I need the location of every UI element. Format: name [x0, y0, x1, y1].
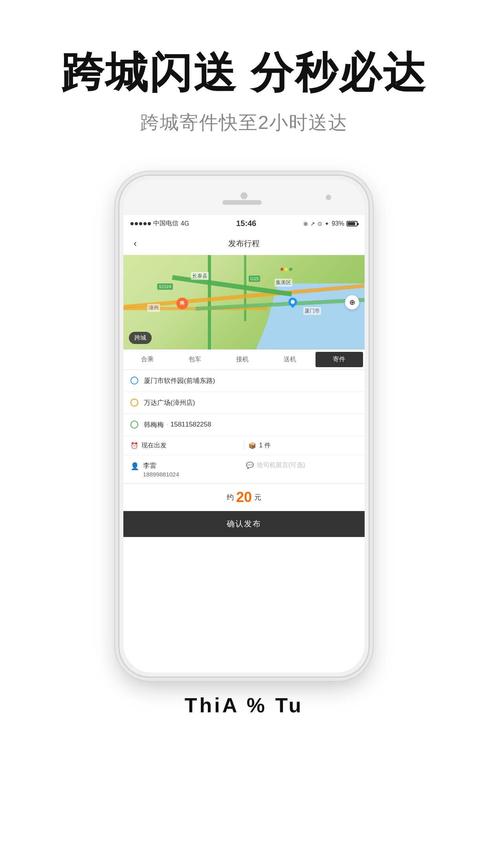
contact-separator: · [166, 421, 168, 428]
pickup-icon [130, 377, 138, 384]
tab-sendoff[interactable]: 送机 [266, 349, 314, 370]
cross-city-badge: 跨城 [129, 332, 152, 344]
map-roads [123, 255, 365, 349]
tl-yellow [285, 268, 288, 271]
depart-label: 现在出发 [141, 441, 167, 450]
gps-icon: ⊕ [303, 221, 308, 227]
map-label-s1524: S1524 [157, 283, 173, 290]
contact-name: 韩梅梅 [144, 420, 164, 429]
contact-phone: 15811582258 [171, 421, 211, 428]
carrier-text: 中国电信 [153, 219, 178, 228]
map-label-xiamen: 厦门市 [303, 307, 321, 315]
pickup-row[interactable]: 厦门市软件园(前埔东路) [123, 370, 365, 392]
map-label-g15: G15 [249, 276, 260, 282]
user-row[interactable]: 👤 李雷 18899881024 💬 给司机留言(可选) [123, 456, 365, 484]
signal-dot-4 [143, 222, 147, 225]
signal-dot-3 [139, 222, 142, 225]
depart-item: ⏰ 现在出发 [130, 441, 240, 450]
contact-icon [130, 421, 138, 428]
package-item: 📦 1 件 [248, 441, 358, 450]
dropoff-icon [130, 399, 138, 406]
confirm-button[interactable]: 确认发布 [123, 511, 365, 537]
pickup-address: 厦门市软件园(前埔东路) [144, 376, 215, 385]
screen: 中国电信 4G 15:46 ⊕ ↗ ⊙ ✦ 93% [123, 215, 365, 673]
tab-bar: 合乘 包车 接机 送机 寄件 [123, 349, 365, 370]
tab-pickup[interactable]: 接机 [218, 349, 266, 370]
hero-title: 跨城闪送 分秒必达 [31, 47, 457, 98]
phone-speaker [222, 200, 262, 205]
signal-dots [130, 222, 151, 225]
map-marker-end: 终 [176, 298, 188, 309]
map-label-changtai: 长泰县 [191, 272, 209, 280]
phone-camera [240, 192, 248, 199]
bottom-text-area: ThiA % Tu [0, 678, 488, 741]
bluetooth-icon: ✦ [325, 221, 329, 227]
tab-ride-share[interactable]: 合乘 [123, 349, 171, 370]
dropoff-row[interactable]: 万达广场(漳州店) [123, 392, 365, 414]
signal-dot-2 [135, 222, 138, 225]
phone-camera-dot [326, 195, 331, 200]
battery-icon [347, 221, 358, 226]
location-icon: ↗ [310, 221, 315, 227]
status-bar: 中国电信 4G 15:46 ⊕ ↗ ⊙ ✦ 93% [123, 215, 365, 232]
traffic-lights [281, 266, 292, 272]
tab-charter[interactable]: 包车 [171, 349, 218, 370]
confirm-label: 确认发布 [227, 519, 261, 529]
phone-mockup: 中国电信 4G 15:46 ⊕ ↗ ⊙ ✦ 93% [118, 175, 370, 678]
dropoff-address: 万达广场(漳州店) [144, 398, 195, 407]
map-area[interactable]: 漳州 长泰县 集美区 厦门市 S1524 G15 [123, 255, 365, 349]
package-label: 1 件 [259, 441, 271, 450]
price-approx: 约 [227, 493, 234, 502]
price-unit: 元 [254, 493, 261, 502]
message-icon: 💬 [246, 462, 254, 469]
status-left: 中国电信 4G [130, 219, 189, 228]
back-button[interactable]: ‹ [123, 238, 147, 249]
message-hint: 给司机留言(可选) [257, 461, 305, 469]
crosshair-icon: ⊕ [349, 298, 355, 307]
user-info: 李雷 18899881024 [143, 461, 242, 478]
battery-fill [348, 222, 355, 225]
map-marker-start [288, 298, 297, 309]
road-green1 [172, 275, 292, 296]
alarm-icon: ⊙ [317, 221, 322, 227]
divider [244, 441, 244, 449]
map-label-jimei: 集美区 [275, 279, 292, 287]
bottom-text: ThiA % Tu [31, 693, 457, 717]
map-location-button[interactable]: ⊕ [345, 295, 359, 309]
tl-green [289, 268, 292, 271]
tl-red [281, 268, 283, 271]
tab-package[interactable]: 寄件 [316, 352, 363, 367]
clock-icon: ⏰ [130, 442, 138, 449]
pin-body [287, 296, 299, 308]
signal-dot-5 [148, 222, 151, 225]
message-placeholder[interactable]: 💬 给司机留言(可选) [246, 461, 358, 469]
map-label-zhangzhou: 漳州 [147, 304, 160, 312]
status-right: ⊕ ↗ ⊙ ✦ 93% [303, 220, 358, 227]
signal-dot-1 [130, 222, 134, 225]
phone-frame: 中国电信 4G 15:46 ⊕ ↗ ⊙ ✦ 93% [118, 175, 370, 678]
price-bar: 约 20 元 [123, 484, 365, 511]
battery-percent: 93% [332, 220, 344, 227]
user-name: 李雷 [143, 461, 242, 470]
phone-bezel-top [123, 180, 365, 215]
phone-inner: 中国电信 4G 15:46 ⊕ ↗ ⊙ ✦ 93% [123, 180, 365, 673]
user-icon: 👤 [130, 462, 139, 471]
hero-section: 跨城闪送 分秒必达 跨城寄件快至2小时送达 [0, 0, 488, 151]
depart-package-row[interactable]: ⏰ 现在出发 📦 1 件 [123, 436, 365, 456]
user-phone: 18899881024 [143, 471, 242, 478]
hero-subtitle: 跨城寄件快至2小时送达 [31, 110, 457, 135]
price-amount: 20 [236, 489, 252, 506]
form-area: 厦门市软件园(前埔东路) 万达广场(漳州店) 韩梅梅 · 15811582258 [123, 370, 365, 673]
package-icon: 📦 [248, 442, 256, 449]
status-time: 15:46 [236, 219, 256, 228]
nav-title: 发布行程 [147, 238, 341, 249]
road-v1 [208, 255, 211, 349]
pin-dot [290, 299, 295, 305]
contact-row[interactable]: 韩梅梅 · 15811582258 [123, 414, 365, 436]
nav-bar: ‹ 发布行程 [123, 232, 365, 255]
network-type: 4G [181, 220, 189, 227]
